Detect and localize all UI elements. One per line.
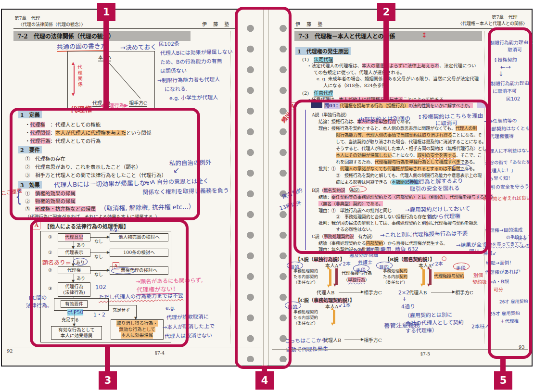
handwritten-note: e.g. 小学生が代理人 — [169, 93, 218, 101]
callout-tag-1: 1 — [97, 3, 115, 21]
printed-line: ・法定代理人の代理権は、本人の意思によらずに法律上与えられ、法定代理につい — [307, 62, 476, 69]
handwritten-note: 2×2 — [398, 290, 409, 296]
red-arrow-up-icon: ▲ — [72, 62, 75, 65]
red-circle-mark — [453, 263, 470, 270]
handwritten-note: →制限行為能力者も代理人 — [157, 75, 220, 84]
handwritten-note: は関係ない — [160, 66, 187, 74]
blue-circle-mark — [353, 265, 369, 272]
printed-line: 人になる（818条、824条参照） — [323, 82, 391, 89]
diagram-counterparty: 相手方C — [364, 289, 382, 296]
callout-region-4 — [235, 7, 292, 369]
text-segment: （ — [343, 277, 348, 282]
text-segment: 本人の意思によらずに法律上与えられ — [362, 63, 439, 68]
printed-line: (1) 法定代理 — [302, 55, 333, 63]
chapter-subtitle: 〈代理権－本人と代理人との関係〉 — [458, 20, 527, 26]
handwritten-note: 民102条 — [159, 39, 179, 48]
callout-region-5 — [488, 27, 532, 359]
callout-tag-5: 5 — [494, 371, 512, 390]
header-rule — [13, 28, 237, 29]
text-segment: (1) — [302, 57, 314, 62]
text-segment: 【B説（ — [385, 257, 403, 262]
printed-line: e. g. 未成年者の場合、婚姻関係にある父母がいる限り、当然に父母が法定代理 — [317, 75, 479, 82]
chapter-subtitle: 〈代理の法律関係（代理の観念）〉 — [18, 21, 86, 27]
callout-stem-1 — [103, 20, 109, 109]
callout-stem-5 — [500, 357, 506, 372]
text-segment: 【A説（ — [295, 257, 314, 262]
callout-region-2 — [293, 100, 489, 254]
text-segment: 、法定代理につい — [439, 63, 476, 68]
orange-arrow-down-icon: ▼ — [420, 283, 423, 287]
handwritten-note: ↙2本 — [339, 260, 351, 267]
printed-line: （単独行為） — [343, 276, 369, 283]
text-segment: 契約 — [399, 274, 407, 279]
printed-line: 代理権授与契約 — [434, 272, 464, 279]
maroon-arrow-rod — [335, 268, 338, 285]
handwritten-note: （雇用契約とは別に — [405, 310, 452, 319]
printed-line: たる内部契約 — [293, 314, 318, 320]
diagram-arrow — [339, 292, 362, 292]
section-label-hassei: 1 代理権の発生原因 — [295, 47, 351, 55]
callout-tag-2: 2 — [377, 3, 395, 21]
diagram-agent: 代理人B — [409, 289, 427, 296]
maroon-arrow-down-icon: ▼ — [427, 283, 430, 287]
red-arrow-rod — [74, 65, 75, 93]
text-segment: ） — [365, 277, 369, 282]
footer-section: §7-5 — [420, 351, 430, 356]
handwritten-note: →決めておく — [120, 42, 157, 52]
handwritten-note: ↙2本 — [431, 260, 443, 267]
orange-arrow-rod — [329, 269, 331, 286]
callout-stem-3 — [105, 345, 110, 372]
text-segment: 契約 — [399, 268, 407, 273]
brand-itojuku: 伊 藤 塾 — [202, 20, 231, 27]
handwritten-note: ↓ — [402, 296, 407, 302]
handwritten-note: 別個 — [473, 271, 483, 278]
printed-line: ての各規定に従って、代理人が選任される。 — [314, 69, 405, 76]
diagram-arrow — [431, 292, 453, 292]
footer-section: §7-4 — [155, 350, 165, 355]
printed-line: （委任など） — [383, 279, 407, 285]
brand-itojuku: 伊 藤 塾 — [295, 20, 325, 27]
callout-stem-2 — [383, 20, 389, 101]
orange-arrow-down-icon: ▼ — [331, 322, 334, 326]
printed-line: (2) 任意代理 — [302, 89, 333, 96]
text-segment: ・法定代理人の代理権は、 — [307, 63, 362, 68]
handwritten-note: 自動で代理権発生 — [286, 344, 328, 353]
printed-line: たる内部契約 — [293, 273, 318, 279]
text-segment: 任意代理 — [314, 90, 333, 96]
handwritten-note: 契約扱 — [472, 278, 487, 286]
printed-line: （委任など） — [293, 320, 318, 326]
handwritten-note: ため、Bの行為能力の有無 — [160, 57, 222, 66]
text-segment: たる内部 — [383, 274, 399, 279]
handwritten-note: する代理権） — [406, 326, 437, 334]
handwritten-note: 代理人Bには効果が帰属しない — [160, 47, 233, 56]
chapter-header: 第7章 代理 — [492, 13, 518, 20]
diagram-counterparty: 相手方C — [364, 336, 382, 343]
orange-arrow-down-icon: ▼ — [327, 284, 330, 288]
callout-region-3 — [30, 219, 189, 347]
diagram-agent: 代理人B — [317, 289, 334, 296]
handwritten-note: 共通の図の書き方 — [57, 41, 107, 52]
callout-tag-3: 3 — [99, 371, 117, 390]
page-number: 92 — [7, 348, 13, 354]
red-arrow-down-icon: ▼ — [72, 93, 75, 97]
chapter-header: 第7章 代理 — [14, 14, 40, 21]
printed-line: たる内部契約 — [383, 273, 407, 279]
handwritten-note: 代理関係 — [76, 64, 83, 88]
callout-region-1 — [10, 108, 200, 220]
diagram-arrow — [344, 340, 362, 340]
handwritten-note: 2本柱↗ — [471, 322, 489, 330]
margin-rule-left-page — [230, 31, 231, 343]
maroon-arrow-down-icon: ▼ — [333, 283, 336, 287]
diagram-counterparty: 相手方C — [455, 289, 473, 296]
scanned-textbook-spread: 第7章 代理 〈代理の法律関係（代理の観念）〉 伊 藤 塾 7-2 代理の法律関… — [0, 0, 534, 392]
handwritten-note: になれる. — [165, 85, 188, 93]
text-segment: (2) — [302, 90, 314, 96]
text-segment: 法定代理 — [314, 57, 333, 62]
handwritten-note: ↙1本 — [339, 301, 351, 309]
handwritten-note: 4通り — [401, 302, 415, 310]
text-segment: 単独行為 — [348, 277, 365, 282]
blue-circle-mark — [376, 262, 393, 269]
red-updown-arrow: ↕ — [421, 31, 427, 39]
printed-line: （委任など） — [293, 279, 318, 285]
diagram-counterparty: 相手方C — [129, 99, 147, 106]
